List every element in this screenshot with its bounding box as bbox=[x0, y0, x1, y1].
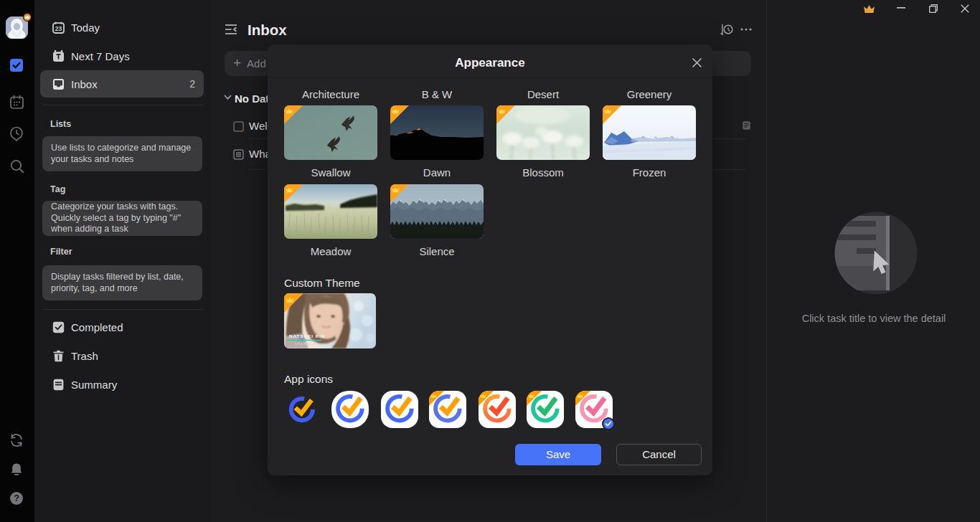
svg-text:23: 23 bbox=[55, 25, 62, 32]
svg-text:STARRING: STARRING bbox=[295, 342, 319, 346]
svg-text:?: ? bbox=[14, 493, 19, 503]
svg-text:NATSUKI RIN: NATSUKI RIN bbox=[289, 333, 325, 338]
